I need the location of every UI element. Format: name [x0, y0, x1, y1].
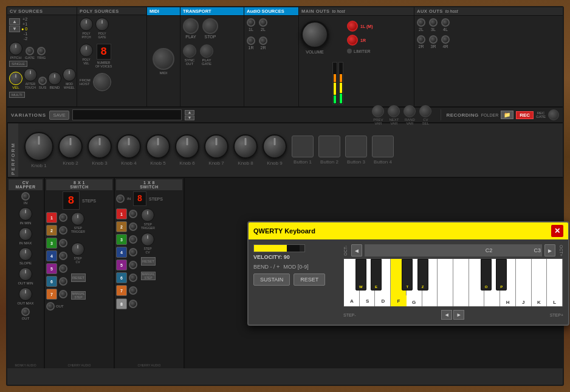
pad-button-4[interactable]: [372, 136, 394, 157]
step-5-jack[interactable]: [59, 264, 67, 273]
knob-4[interactable]: [117, 134, 141, 159]
variations-input[interactable]: [72, 109, 182, 120]
next-var-knob[interactable]: [388, 105, 400, 117]
black-key-cs2[interactable]: O: [481, 259, 492, 291]
knob-9[interactable]: [263, 134, 287, 159]
knob-7[interactable]: [204, 134, 228, 159]
step-down-button[interactable]: ◄: [441, 310, 452, 320]
reset-btn-8x1[interactable]: RESET: [71, 273, 86, 282]
step-btn-5[interactable]: 5: [46, 263, 57, 274]
black-key-fs[interactable]: T: [402, 259, 413, 291]
pitch-knob[interactable]: [9, 42, 22, 55]
black-key-ds2[interactable]: P: [496, 259, 507, 291]
step-btn-1[interactable]: 1: [46, 212, 57, 223]
aux-2l-jack[interactable]: [417, 18, 425, 27]
bend-knob[interactable]: [48, 72, 61, 85]
out-btn-1[interactable]: 1: [116, 208, 127, 219]
oct-up-arrow[interactable]: ▲: [9, 18, 20, 25]
knob-2[interactable]: [58, 134, 83, 159]
step-6-jack[interactable]: [59, 277, 67, 286]
knob-6[interactable]: [175, 134, 199, 159]
out-jack-8x1[interactable]: [46, 302, 55, 311]
out-btn-6[interactable]: 6: [116, 272, 127, 283]
main-1r-jack[interactable]: [347, 35, 358, 46]
out-6-jack[interactable]: [129, 273, 137, 282]
out-btn-5[interactable]: 5: [116, 260, 127, 270]
cv-in-min-knob[interactable]: [19, 207, 32, 221]
pad-button-1[interactable]: [292, 136, 314, 157]
save-button[interactable]: SAVE: [49, 111, 69, 120]
pad-button-2[interactable]: [318, 136, 340, 157]
oct-down-arrow[interactable]: ▼: [9, 26, 20, 32]
play-gate-knob[interactable]: [200, 44, 213, 58]
step-btn-2[interactable]: 2: [46, 225, 57, 236]
folder-btn[interactable]: 📁: [501, 111, 513, 119]
out-8-jack[interactable]: [129, 300, 137, 308]
aux-4l-jack[interactable]: [441, 18, 450, 27]
out-4-jack[interactable]: [129, 248, 137, 256]
oct-right-button[interactable]: ►: [544, 244, 555, 256]
step-up-button[interactable]: ►: [453, 310, 464, 320]
play-btn[interactable]: [183, 18, 199, 34]
poly-gate-knob[interactable]: [95, 18, 109, 31]
volume-knob[interactable]: [301, 21, 329, 49]
out-btn-7[interactable]: 7: [116, 285, 127, 296]
out-3-jack[interactable]: [129, 235, 137, 244]
step-4-jack[interactable]: [59, 252, 67, 260]
key-d[interactable]: D: [375, 295, 391, 306]
aux-4r-jack[interactable]: [441, 35, 450, 44]
aux-3r-jack[interactable]: [429, 35, 438, 44]
vel-knob[interactable]: [9, 72, 22, 85]
manual-step-btn-8x1[interactable]: MANUALSTEP: [71, 291, 86, 300]
step-btn-6[interactable]: 6: [46, 276, 57, 287]
audio-1r-jack[interactable]: [247, 36, 255, 45]
aux-2r-jack[interactable]: [417, 35, 425, 44]
step-1-jack[interactable]: [59, 213, 67, 222]
out-2-jack[interactable]: [129, 222, 137, 231]
step-2-jack[interactable]: [59, 226, 67, 235]
knob-3[interactable]: [88, 134, 112, 159]
audio-1l-jack[interactable]: [247, 18, 255, 27]
from-host-knob[interactable]: [93, 73, 111, 91]
poly-vel-knob[interactable]: [80, 44, 93, 57]
var-up-arrow[interactable]: ▲: [185, 110, 194, 115]
cv-out-jack[interactable]: [21, 308, 30, 316]
audio-2l-jack[interactable]: [259, 18, 267, 27]
knob-1[interactable]: [24, 132, 53, 161]
prev-var-knob[interactable]: [372, 105, 384, 117]
in-jack-1x8[interactable]: [116, 194, 125, 203]
out-5-jack[interactable]: [129, 261, 137, 269]
black-key-ds[interactable]: E: [371, 259, 382, 291]
reset-btn-1x8[interactable]: RESET: [141, 257, 156, 266]
qwerty-close-button[interactable]: ✕: [551, 225, 563, 237]
step-cv-knob-1x8[interactable]: [141, 233, 154, 246]
aux-3l-jack[interactable]: [429, 18, 438, 27]
sustain-button[interactable]: SUSTAIN: [253, 273, 290, 286]
out-7-jack[interactable]: [129, 286, 137, 295]
cv-sel-knob[interactable]: [419, 105, 431, 117]
rec-gate-knob[interactable]: [548, 109, 559, 120]
manual-step-btn-1x8[interactable]: MANUALSTEP: [141, 272, 156, 280]
cv-in-max-knob[interactable]: [19, 227, 32, 241]
var-down-arrow[interactable]: ▼: [185, 115, 194, 120]
sus-jack[interactable]: [38, 77, 47, 85]
cv-slope-knob[interactable]: [19, 247, 32, 261]
single-toggle[interactable]: SINGLE: [9, 61, 27, 67]
step-cv-knob[interactable]: [71, 242, 84, 256]
step-trig-knob-1x8[interactable]: [141, 208, 154, 222]
step-7-jack[interactable]: [59, 290, 67, 298]
multi-toggle[interactable]: MULTI: [9, 92, 25, 98]
step-btn-4[interactable]: 4: [46, 250, 57, 261]
gate-jack[interactable]: [26, 47, 34, 55]
rec-btn[interactable]: REC: [516, 111, 534, 119]
stop-btn[interactable]: [202, 18, 218, 34]
step-btn-7[interactable]: 7: [46, 289, 57, 300]
cv-out-min-knob[interactable]: [19, 267, 32, 281]
oct-left-button[interactable]: ◄: [351, 244, 362, 256]
knob-5[interactable]: [146, 134, 170, 159]
black-key-gs[interactable]: Z: [417, 259, 428, 291]
step-trig-knob[interactable]: [71, 212, 84, 225]
key-f[interactable]: F: [391, 295, 407, 306]
out-btn-2[interactable]: 2: [116, 221, 127, 232]
main-1lm-jack[interactable]: [347, 21, 358, 32]
